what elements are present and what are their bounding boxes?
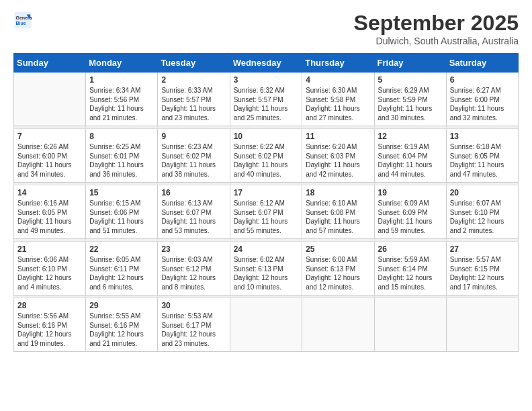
day-number: 4	[306, 75, 370, 85]
cell-solar-info: Sunrise: 6:29 AM Sunset: 5:59 PM Dayligh…	[378, 86, 443, 122]
day-number: 12	[378, 132, 443, 141]
cell-solar-info: Sunrise: 6:27 AM Sunset: 6:00 PM Dayligh…	[450, 86, 515, 122]
calendar-cell: 21Sunrise: 6:06 AM Sunset: 6:10 PM Dayli…	[14, 242, 86, 295]
calendar-cell: 24Sunrise: 6:02 AM Sunset: 6:13 PM Dayli…	[230, 242, 302, 295]
calendar-cell	[230, 298, 302, 352]
calendar-cell: 23Sunrise: 6:03 AM Sunset: 6:12 PM Dayli…	[158, 242, 230, 295]
day-header-thursday: Thursday	[302, 54, 374, 73]
day-number: 2	[161, 75, 226, 85]
calendar-week-1: 1Sunrise: 6:34 AM Sunset: 5:56 PM Daylig…	[14, 73, 519, 126]
day-number: 6	[450, 75, 515, 85]
svg-text:Blue: Blue	[16, 21, 26, 26]
calendar-week-3: 14Sunrise: 6:16 AM Sunset: 6:05 PM Dayli…	[14, 185, 519, 239]
calendar-cell: 1Sunrise: 6:34 AM Sunset: 5:56 PM Daylig…	[86, 73, 158, 126]
day-header-monday: Monday	[86, 54, 158, 73]
calendar-cell: 25Sunrise: 6:00 AM Sunset: 6:13 PM Dayli…	[302, 242, 374, 295]
calendar-cell: 10Sunrise: 6:22 AM Sunset: 6:02 PM Dayli…	[230, 129, 302, 183]
cell-solar-info: Sunrise: 6:22 AM Sunset: 6:02 PM Dayligh…	[234, 142, 299, 179]
cell-solar-info: Sunrise: 6:18 AM Sunset: 6:05 PM Dayligh…	[450, 142, 515, 179]
cell-solar-info: Sunrise: 6:19 AM Sunset: 6:04 PM Dayligh…	[378, 142, 443, 179]
calendar-cell: 7Sunrise: 6:26 AM Sunset: 6:00 PM Daylig…	[14, 129, 86, 183]
day-number: 26	[378, 244, 443, 254]
day-number: 15	[89, 188, 154, 197]
day-number: 25	[306, 244, 370, 254]
cell-solar-info: Sunrise: 5:59 AM Sunset: 6:14 PM Dayligh…	[378, 255, 443, 291]
day-number: 9	[161, 132, 226, 141]
cell-solar-info: Sunrise: 6:33 AM Sunset: 5:57 PM Dayligh…	[161, 86, 226, 122]
calendar-cell: 11Sunrise: 6:20 AM Sunset: 6:03 PM Dayli…	[302, 129, 374, 183]
logo: General Blue	[13, 11, 32, 30]
page-header: General Blue September 2025 Dulwich, Sou…	[13, 11, 519, 46]
day-number: 16	[161, 188, 226, 197]
calendar-cell: 30Sunrise: 5:53 AM Sunset: 6:17 PM Dayli…	[158, 298, 230, 352]
month-year-title: September 2025	[354, 11, 519, 36]
cell-solar-info: Sunrise: 6:13 AM Sunset: 6:07 PM Dayligh…	[161, 199, 226, 235]
cell-solar-info: Sunrise: 6:34 AM Sunset: 5:56 PM Dayligh…	[89, 86, 154, 122]
calendar-week-2: 7Sunrise: 6:26 AM Sunset: 6:00 PM Daylig…	[14, 129, 519, 183]
cell-solar-info: Sunrise: 6:25 AM Sunset: 6:01 PM Dayligh…	[89, 142, 154, 179]
calendar-cell: 8Sunrise: 6:25 AM Sunset: 6:01 PM Daylig…	[86, 129, 158, 183]
day-number: 30	[161, 301, 226, 310]
calendar-cell: 13Sunrise: 6:18 AM Sunset: 6:05 PM Dayli…	[446, 129, 518, 183]
calendar-cell: 5Sunrise: 6:29 AM Sunset: 5:59 PM Daylig…	[374, 73, 446, 126]
calendar-table: SundayMondayTuesdayWednesdayThursdayFrid…	[13, 53, 519, 352]
calendar-cell: 26Sunrise: 5:59 AM Sunset: 6:14 PM Dayli…	[374, 242, 446, 295]
calendar-cell: 3Sunrise: 6:32 AM Sunset: 5:57 PM Daylig…	[230, 73, 302, 126]
day-number: 19	[378, 188, 443, 197]
day-number: 22	[89, 244, 154, 254]
cell-solar-info: Sunrise: 6:00 AM Sunset: 6:13 PM Dayligh…	[306, 255, 370, 291]
calendar-cell	[374, 298, 446, 352]
calendar-cell: 15Sunrise: 6:15 AM Sunset: 6:06 PM Dayli…	[86, 185, 158, 239]
day-number: 29	[89, 301, 154, 310]
cell-solar-info: Sunrise: 5:55 AM Sunset: 6:16 PM Dayligh…	[89, 312, 154, 348]
cell-solar-info: Sunrise: 6:02 AM Sunset: 6:13 PM Dayligh…	[234, 255, 299, 291]
cell-solar-info: Sunrise: 6:07 AM Sunset: 6:10 PM Dayligh…	[450, 199, 515, 235]
cell-solar-info: Sunrise: 5:53 AM Sunset: 6:17 PM Dayligh…	[161, 312, 226, 348]
calendar-cell: 9Sunrise: 6:23 AM Sunset: 6:02 PM Daylig…	[158, 129, 230, 183]
day-number: 10	[234, 132, 299, 141]
calendar-cell: 17Sunrise: 6:12 AM Sunset: 6:07 PM Dayli…	[230, 185, 302, 239]
location-subtitle: Dulwich, South Australia, Australia	[354, 36, 519, 46]
cell-solar-info: Sunrise: 6:05 AM Sunset: 6:11 PM Dayligh…	[89, 255, 154, 291]
calendar-cell: 2Sunrise: 6:33 AM Sunset: 5:57 PM Daylig…	[158, 73, 230, 126]
day-header-friday: Friday	[374, 54, 446, 73]
calendar-cell: 18Sunrise: 6:10 AM Sunset: 6:08 PM Dayli…	[302, 185, 374, 239]
cell-solar-info: Sunrise: 6:30 AM Sunset: 5:58 PM Dayligh…	[306, 86, 370, 122]
day-number: 14	[17, 188, 82, 197]
day-number: 28	[17, 301, 82, 310]
cell-solar-info: Sunrise: 6:10 AM Sunset: 6:08 PM Dayligh…	[306, 199, 370, 235]
day-header-saturday: Saturday	[446, 54, 518, 73]
calendar-cell: 4Sunrise: 6:30 AM Sunset: 5:58 PM Daylig…	[302, 73, 374, 126]
day-number: 7	[17, 132, 82, 141]
logo-icon: General Blue	[13, 11, 32, 30]
calendar-cell: 19Sunrise: 6:09 AM Sunset: 6:09 PM Dayli…	[374, 185, 446, 239]
calendar-cell: 28Sunrise: 5:56 AM Sunset: 6:16 PM Dayli…	[14, 298, 86, 352]
day-number: 13	[450, 132, 515, 141]
cell-solar-info: Sunrise: 6:12 AM Sunset: 6:07 PM Dayligh…	[234, 199, 299, 235]
cell-solar-info: Sunrise: 6:16 AM Sunset: 6:05 PM Dayligh…	[17, 199, 82, 235]
title-block: September 2025 Dulwich, South Australia,…	[354, 11, 519, 46]
calendar-cell: 29Sunrise: 5:55 AM Sunset: 6:16 PM Dayli…	[86, 298, 158, 352]
calendar-week-4: 21Sunrise: 6:06 AM Sunset: 6:10 PM Dayli…	[14, 242, 519, 295]
day-number: 5	[378, 75, 443, 85]
cell-solar-info: Sunrise: 6:20 AM Sunset: 6:03 PM Dayligh…	[306, 142, 370, 179]
day-number: 17	[234, 188, 299, 197]
cell-solar-info: Sunrise: 5:56 AM Sunset: 6:16 PM Dayligh…	[17, 312, 82, 348]
calendar-cell: 22Sunrise: 6:05 AM Sunset: 6:11 PM Dayli…	[86, 242, 158, 295]
cell-solar-info: Sunrise: 6:09 AM Sunset: 6:09 PM Dayligh…	[378, 199, 443, 235]
cell-solar-info: Sunrise: 6:23 AM Sunset: 6:02 PM Dayligh…	[161, 142, 226, 179]
day-header-wednesday: Wednesday	[230, 54, 302, 73]
cell-solar-info: Sunrise: 5:57 AM Sunset: 6:15 PM Dayligh…	[450, 255, 515, 291]
calendar-cell	[302, 298, 374, 352]
day-number: 21	[17, 244, 82, 254]
cell-solar-info: Sunrise: 6:03 AM Sunset: 6:12 PM Dayligh…	[161, 255, 226, 291]
cell-solar-info: Sunrise: 6:26 AM Sunset: 6:00 PM Dayligh…	[17, 142, 82, 179]
calendar-cell: 12Sunrise: 6:19 AM Sunset: 6:04 PM Dayli…	[374, 129, 446, 183]
svg-rect-0	[14, 11, 31, 28]
calendar-cell: 6Sunrise: 6:27 AM Sunset: 6:00 PM Daylig…	[446, 73, 518, 126]
day-number: 23	[161, 244, 226, 254]
calendar-week-5: 28Sunrise: 5:56 AM Sunset: 6:16 PM Dayli…	[14, 298, 519, 352]
day-number: 8	[89, 132, 154, 141]
calendar-cell	[446, 298, 518, 352]
day-number: 18	[306, 188, 370, 197]
